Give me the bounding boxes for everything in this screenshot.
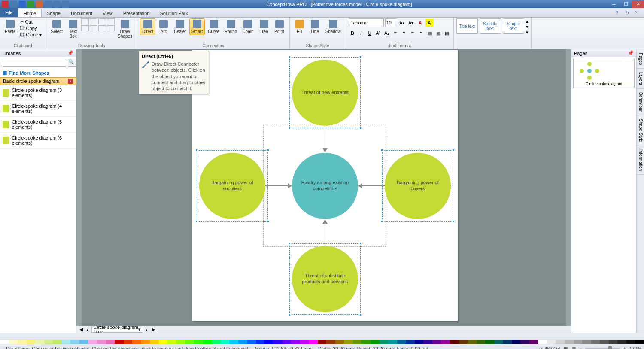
qa-print-icon[interactable] [53,1,60,8]
color-swatch[interactable] [167,340,176,344]
font-size-input[interactable] [385,18,397,27]
color-swatch[interactable] [318,340,327,344]
color-swatch[interactable] [326,340,335,344]
color-swatch[interactable] [256,340,265,344]
color-swatch[interactable] [538,340,547,344]
color-swatch[interactable] [477,340,486,344]
clone-button[interactable]: ⿻Clone ▾ [19,32,43,38]
zoom-slider[interactable] [585,348,620,349]
align-center-button[interactable]: ≡ [400,29,408,37]
close-library-icon[interactable]: × [68,79,73,84]
qa-redo-icon[interactable] [45,1,52,8]
side-tab-shape-style[interactable]: Shape Style [637,115,644,146]
side-tab-pages[interactable]: Pages [637,49,644,69]
fill-button[interactable]: Fill [292,18,307,35]
bold-button[interactable]: B [349,29,356,37]
color-swatch[interactable] [159,340,168,344]
search-icon[interactable]: 🔍 [68,59,76,67]
color-swatch[interactable] [609,340,618,344]
valign-top-button[interactable]: ▤ [426,29,434,37]
color-swatch[interactable] [371,340,380,344]
page-thumbnail[interactable]: Circle-spoke diagram [573,59,635,88]
tree-connector-button[interactable]: Tree [257,18,271,35]
color-swatch[interactable] [273,340,283,344]
arc-connector-button[interactable]: Arc [156,18,171,35]
side-tab-information[interactable]: Information [637,146,644,175]
side-tab-behaviour[interactable]: Behaviour [637,89,644,115]
color-swatch[interactable] [115,340,124,344]
spline-tool[interactable] [90,25,97,31]
last-page-icon[interactable]: ▶ [150,327,156,332]
color-swatch[interactable] [18,340,27,344]
color-swatch[interactable] [141,340,150,344]
zoom-level[interactable]: 170% [629,346,641,349]
next-page-icon[interactable]: ⏵ [143,327,150,332]
arc-tool[interactable] [107,18,115,24]
color-swatch[interactable] [53,340,62,344]
color-swatch[interactable] [361,340,371,344]
color-swatch[interactable] [70,340,79,344]
qa-save-icon[interactable] [27,1,34,8]
color-swatch[interactable] [591,340,600,344]
align-left-button[interactable]: ≡ [392,29,399,37]
font-select[interactable] [349,18,384,27]
color-swatch[interactable] [512,340,521,344]
color-swatch[interactable] [335,340,344,344]
color-swatch[interactable] [600,340,609,344]
zoom-out-button[interactable]: − [579,346,582,349]
line-tool[interactable] [98,18,106,24]
file-menu[interactable]: File [0,8,18,17]
shape-bargaining-buyers[interactable]: Bargaining power of buyers [385,153,451,219]
connector-top[interactable] [325,126,325,149]
color-swatch[interactable] [238,340,247,344]
smart-connector-button[interactable]: Smart [189,18,205,35]
tab-shape[interactable]: Shape [42,9,66,17]
library-search-input[interactable] [3,59,66,67]
library-category[interactable]: Basic circle-spoke diagram × [0,77,76,85]
reload-icon[interactable]: ↻ [625,10,632,17]
curve-connector-button[interactable]: Curve [206,18,222,35]
superscript-button[interactable]: A² [374,29,382,37]
simple-text-style[interactable]: Simple text [503,18,524,34]
color-swatch[interactable] [503,340,512,344]
color-swatch[interactable] [264,340,273,344]
line-button[interactable]: Line [308,18,322,35]
style-more-icon[interactable]: ▾ [526,30,529,35]
shape-threat-new-entrants[interactable]: Threat of new entrants [292,60,358,126]
color-swatch[interactable] [635,340,644,344]
page-tab-select[interactable]: Circle-spoke diagram (1/1) ▾ [91,327,143,333]
color-swatch[interactable] [35,340,44,344]
library-item-3[interactable]: Circle-spoke diagram (3 elements) [0,85,76,101]
app-icon[interactable] [2,1,9,8]
highlight-icon[interactable]: A [425,19,433,27]
point-connector-button[interactable]: Point [272,18,287,35]
style-up-icon[interactable]: ▴ [526,18,529,24]
color-swatch[interactable] [79,340,88,344]
title-text-style[interactable]: Title text [456,18,478,34]
color-swatch[interactable] [344,340,353,344]
help-icon[interactable]: ? [616,10,623,17]
color-swatch[interactable] [459,340,468,344]
close-button[interactable]: ✕ [632,0,644,8]
color-swatch[interactable] [27,340,36,344]
color-swatch[interactable] [185,340,194,344]
style-down-icon[interactable]: ▾ [526,24,529,30]
color-swatch[interactable] [468,340,477,344]
color-swatch[interactable] [150,340,159,344]
rect-tool[interactable] [81,18,89,24]
tab-view[interactable]: View [97,9,118,17]
color-swatch[interactable] [212,340,221,344]
shape-bargaining-suppliers[interactable]: Bargaining power of suppliers [199,153,265,219]
color-swatch[interactable] [547,340,556,344]
color-swatch[interactable] [556,340,565,344]
qa-open-icon[interactable] [19,1,26,8]
qa-undo-icon[interactable] [36,1,43,8]
subtitle-text-style[interactable]: Subtitle text [480,18,501,34]
color-swatch[interactable] [380,340,389,344]
color-swatch[interactable] [494,340,503,344]
color-swatch[interactable] [485,340,494,344]
color-swatch[interactable] [309,340,318,344]
direct-connector-button[interactable]: Direct [140,18,155,35]
library-item-6[interactable]: Circle-spoke diagram (6 elements) [0,133,76,149]
font-color-icon[interactable]: A [416,19,424,27]
